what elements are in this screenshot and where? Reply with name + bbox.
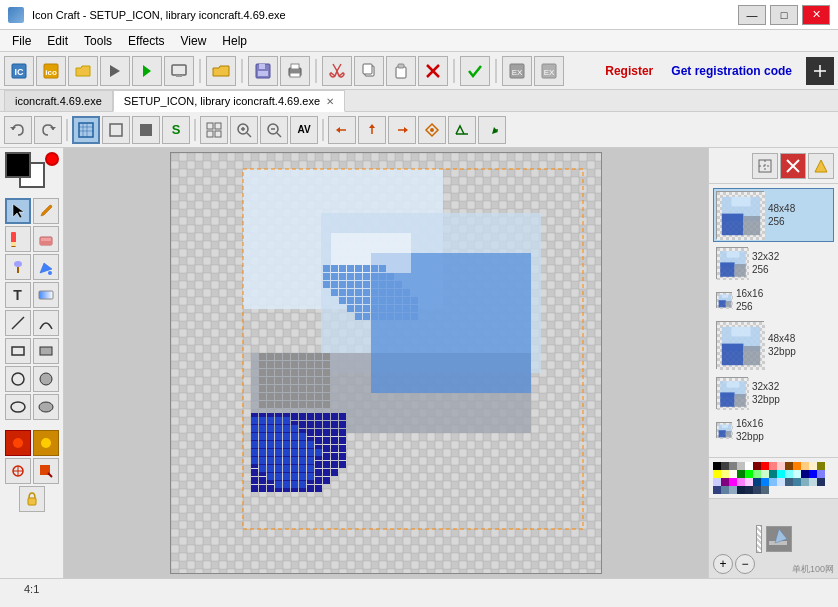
flip-btn[interactable]	[448, 116, 476, 144]
palette-color[interactable]	[721, 462, 729, 470]
palette-color[interactable]	[721, 478, 729, 486]
color-red-btn[interactable]	[5, 430, 31, 456]
palette-color[interactable]	[761, 470, 769, 478]
text-tool[interactable]: T	[5, 282, 31, 308]
copy-btn[interactable]	[354, 56, 384, 86]
open-ico-btn[interactable]: ico	[36, 56, 66, 86]
rotate-btn[interactable]	[478, 116, 506, 144]
palette-color[interactable]	[745, 486, 753, 494]
palette-color[interactable]	[761, 478, 769, 486]
arrow-up-btn[interactable]	[358, 116, 386, 144]
close-button[interactable]: ✕	[802, 5, 830, 25]
undo-btn[interactable]	[4, 116, 32, 144]
palette-color[interactable]	[809, 470, 817, 478]
paste-btn[interactable]	[386, 56, 416, 86]
lock-tool[interactable]	[19, 486, 45, 512]
special-tool-2[interactable]	[33, 458, 59, 484]
open-file-btn[interactable]	[68, 56, 98, 86]
palette-color[interactable]	[769, 470, 777, 478]
palette-color[interactable]	[729, 462, 737, 470]
tab-setup-icon[interactable]: SETUP_ICON, library iconcraft.4.69.exe ✕	[113, 90, 345, 112]
grid-view-btn[interactable]	[72, 116, 100, 144]
palette-color[interactable]	[745, 470, 753, 478]
right-tool-3[interactable]	[808, 153, 834, 179]
canvas-area[interactable]	[64, 148, 708, 578]
fg-color-swatch[interactable]	[5, 152, 31, 178]
palette-color[interactable]	[761, 462, 769, 470]
palette-color[interactable]	[721, 486, 729, 494]
palette-color[interactable]	[721, 470, 729, 478]
solid-view-btn[interactable]	[132, 116, 160, 144]
zoom-in-btn[interactable]	[230, 116, 258, 144]
arrow-left-btn[interactable]	[328, 116, 356, 144]
palette-color[interactable]	[713, 462, 721, 470]
icon-entry-32x32-256[interactable]: 32x32256	[713, 244, 834, 282]
brush-tool[interactable]	[5, 254, 31, 280]
icon-entry-48x48-256[interactable]: 48x48256	[713, 188, 834, 242]
menu-view[interactable]: View	[173, 32, 215, 50]
palette-color[interactable]	[737, 478, 745, 486]
extra-dark-btn[interactable]	[806, 57, 834, 85]
palette-color[interactable]	[713, 486, 721, 494]
palette-color[interactable]	[769, 462, 777, 470]
palette-color[interactable]	[801, 462, 809, 470]
play-btn[interactable]	[132, 56, 162, 86]
gradient-tool[interactable]	[33, 282, 59, 308]
curve-tool[interactable]	[33, 310, 59, 336]
palette-color[interactable]	[809, 462, 817, 470]
palette-color[interactable]	[753, 478, 761, 486]
tab-close-icon[interactable]: ✕	[326, 96, 334, 107]
palette-color[interactable]	[817, 462, 825, 470]
av-btn[interactable]: AV	[290, 116, 318, 144]
icon-entry-32x32-32bpp[interactable]: 32x3232bpp	[713, 374, 834, 412]
palette-color[interactable]	[817, 478, 825, 486]
icon-entry-16x16-256[interactable]: 16x16256	[713, 284, 834, 316]
palette-color[interactable]	[761, 486, 769, 494]
arrow-right-btn[interactable]	[388, 116, 416, 144]
arrow-btn[interactable]	[100, 56, 130, 86]
icon-entry-48x48-32bpp[interactable]: 48x4832bpp	[713, 318, 834, 372]
eraser-tool[interactable]	[33, 226, 59, 252]
open-folder-btn[interactable]	[206, 56, 236, 86]
palette-color[interactable]	[729, 470, 737, 478]
palette-color[interactable]	[793, 478, 801, 486]
select-tool[interactable]	[5, 198, 31, 224]
ellipse-fill-tool[interactable]	[33, 394, 59, 420]
zoom-plus-btn[interactable]: +	[713, 554, 733, 574]
palette-color[interactable]	[809, 478, 817, 486]
menu-help[interactable]: Help	[214, 32, 255, 50]
palette-color[interactable]	[745, 462, 753, 470]
circle-fill-tool[interactable]	[33, 366, 59, 392]
maximize-button[interactable]: □	[770, 5, 798, 25]
palette-color[interactable]	[737, 470, 745, 478]
palette-color[interactable]	[793, 470, 801, 478]
right-tool-1[interactable]	[752, 153, 778, 179]
tab-iconcraft[interactable]: iconcraft.4.69.exe	[4, 90, 113, 111]
palette-color[interactable]	[777, 478, 785, 486]
rect-fill-tool[interactable]	[33, 338, 59, 364]
ellipse-tool[interactable]	[5, 394, 31, 420]
delete-btn[interactable]	[418, 56, 448, 86]
palette-color[interactable]	[785, 478, 793, 486]
palette-color[interactable]	[817, 470, 825, 478]
right-tool-2[interactable]	[780, 153, 806, 179]
palette-color[interactable]	[729, 478, 737, 486]
pencil-tool[interactable]	[5, 226, 31, 252]
get-registration-button[interactable]: Get registration code	[663, 62, 800, 80]
edit-thumb-btn[interactable]	[766, 526, 792, 552]
palette-color[interactable]	[753, 486, 761, 494]
palette-color[interactable]	[737, 486, 745, 494]
minimize-button[interactable]: —	[738, 5, 766, 25]
menu-edit[interactable]: Edit	[39, 32, 76, 50]
palette-color[interactable]	[801, 478, 809, 486]
palette-color[interactable]	[713, 470, 721, 478]
palette-color[interactable]	[777, 470, 785, 478]
palette-color[interactable]	[793, 462, 801, 470]
palette-color[interactable]	[753, 470, 761, 478]
fill-tool[interactable]	[33, 254, 59, 280]
palette-color[interactable]	[785, 470, 793, 478]
extra-btn2[interactable]: EX	[534, 56, 564, 86]
print-btn[interactable]	[280, 56, 310, 86]
monitor-btn[interactable]	[164, 56, 194, 86]
dropper-tool[interactable]	[33, 198, 59, 224]
